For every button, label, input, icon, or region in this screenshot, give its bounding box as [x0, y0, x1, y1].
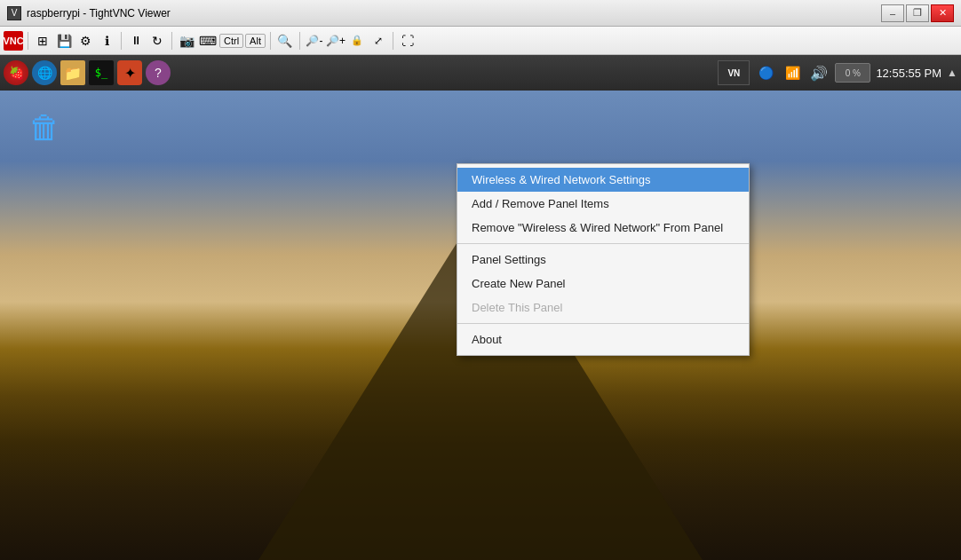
battery-indicator: 0 % — [835, 63, 870, 83]
menu-item-create-new-panel-label: Create New Panel — [472, 277, 566, 290]
toolbar-separator-5 — [299, 32, 300, 50]
bluetooth-icon[interactable]: 🔵 — [755, 62, 776, 83]
menu-item-create-new-panel[interactable]: Create New Panel — [457, 272, 749, 296]
menu-item-panel-settings[interactable]: Panel Settings — [457, 248, 749, 272]
toolbar-separator-1 — [28, 32, 28, 50]
clock: 12:55:55 PM — [876, 67, 941, 80]
system-tray: VN 🔵 📶 🔊 0 % 12:55:55 PM ▲ — [718, 60, 957, 85]
menu-separator-2 — [457, 323, 749, 324]
save-icon[interactable]: 💾 — [54, 31, 74, 51]
volume-icon[interactable]: 🔊 — [808, 62, 830, 83]
window-title: raspberrypi - TightVNC Viewer — [27, 7, 171, 20]
pause-icon[interactable]: ⏸ — [126, 31, 146, 51]
trash-image: 🗑 — [27, 108, 62, 147]
menu-item-wireless-settings-label: Wireless & Wired Network Settings — [472, 173, 651, 186]
keyboard-icon[interactable]: ⌨ — [198, 31, 218, 51]
new-icon[interactable]: ⊞ — [33, 31, 52, 51]
alt-button[interactable]: Alt — [245, 34, 266, 48]
vnc-tray-icon[interactable]: VN — [718, 60, 750, 85]
menu-item-add-remove-panel-items[interactable]: Add / Remove Panel Items — [457, 192, 749, 216]
raspberry-menu-button[interactable]: 🍓 — [4, 60, 28, 85]
fullscreen-icon[interactable]: ⛶ — [398, 31, 417, 51]
vnc-logo-icon[interactable]: VNC — [4, 31, 23, 51]
zoom-fit-icon[interactable]: ⤢ — [369, 31, 388, 51]
menu-item-remove-from-panel-label: Remove "Wireless & Wired Network" From P… — [472, 221, 723, 234]
trash-icon[interactable]: 🗑 — [27, 108, 62, 147]
toolbar-separator-6 — [393, 32, 393, 50]
close-button[interactable]: ✕ — [931, 4, 954, 22]
menu-item-panel-settings-label: Panel Settings — [472, 253, 546, 266]
toolbar-separator-3 — [171, 32, 172, 50]
zoom-lock-icon[interactable]: 🔒 — [347, 31, 367, 51]
terminal-button[interactable]: $_ — [89, 60, 114, 85]
menu-item-about[interactable]: About — [457, 327, 749, 351]
options-icon[interactable]: ⚙ — [75, 31, 95, 51]
menu-separator-1 — [457, 243, 749, 244]
ctrl-button[interactable]: Ctrl — [219, 34, 243, 48]
context-menu: Wireless & Wired Network Settings Add / … — [457, 163, 750, 356]
browser-button[interactable]: 🌐 — [32, 60, 57, 85]
tray-arrow-icon[interactable]: ▲ — [947, 67, 957, 79]
desktop: 🗑 Wireless & Wired Network Settings Add … — [0, 91, 961, 560]
wifi-icon[interactable]: 📶 — [782, 62, 803, 83]
menu-item-wireless-settings[interactable]: Wireless & Wired Network Settings — [457, 168, 749, 192]
vnc-tray-label: VN — [727, 68, 740, 78]
menu-item-about-label: About — [472, 333, 502, 346]
help-button[interactable]: ? — [146, 60, 171, 85]
menu-item-remove-from-panel[interactable]: Remove "Wireless & Wired Network" From P… — [457, 216, 749, 240]
restore-button[interactable]: ❐ — [906, 4, 929, 22]
screenshot-icon[interactable]: 📷 — [177, 31, 196, 51]
zoom-out-icon[interactable]: 🔎- — [305, 31, 324, 51]
refresh-icon[interactable]: ↻ — [147, 31, 167, 51]
search-icon[interactable]: 🔍 — [275, 31, 295, 51]
minimize-button[interactable]: – — [881, 4, 904, 22]
zoom-in-icon[interactable]: 🔎+ — [326, 31, 345, 51]
battery-label: 0 % — [846, 68, 861, 78]
title-bar: V raspberrypi - TightVNC Viewer – ❐ ✕ — [0, 0, 961, 27]
menu-item-add-remove-label: Add / Remove Panel Items — [472, 197, 609, 210]
help-star-button[interactable]: ✦ — [117, 60, 142, 85]
toolbar-separator-2 — [121, 32, 122, 50]
window-controls: – ❐ ✕ — [881, 4, 954, 22]
file-manager-button[interactable]: 📁 — [60, 60, 85, 85]
app-icon: V — [7, 6, 21, 20]
title-bar-left: V raspberrypi - TightVNC Viewer — [7, 6, 171, 20]
menu-item-delete-this-panel-label: Delete This Panel — [472, 301, 562, 314]
toolbar: VNC ⊞ 💾 ⚙ ℹ ⏸ ↻ 📷 ⌨ Ctrl Alt 🔍 🔎- 🔎+ 🔒 ⤢… — [0, 27, 961, 55]
taskbar: 🍓 🌐 📁 $_ ✦ ? VN 🔵 📶 🔊 0 % 12:55:55 PM ▲ — [0, 55, 961, 91]
info-icon[interactable]: ℹ — [97, 31, 116, 51]
toolbar-separator-4 — [270, 32, 271, 50]
menu-item-delete-this-panel: Delete This Panel — [457, 296, 749, 319]
